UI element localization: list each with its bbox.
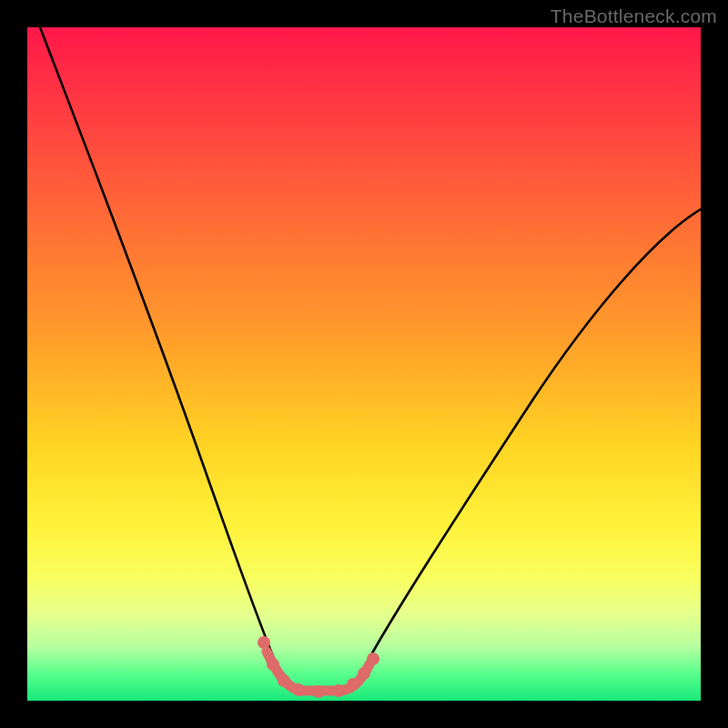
highlight-dot xyxy=(358,667,370,680)
highlight-dot xyxy=(332,684,345,697)
attribution-text: TheBottleneck.com xyxy=(551,5,717,27)
highlight-dot xyxy=(292,683,305,696)
highlight-dot xyxy=(267,658,279,671)
highlight-dot xyxy=(367,652,379,665)
highlight-dot xyxy=(278,674,290,687)
highlight-dot xyxy=(312,685,325,698)
main-curve xyxy=(40,27,701,692)
highlight-dot xyxy=(347,678,359,691)
curve-layer xyxy=(27,27,701,701)
plot-area xyxy=(27,27,701,701)
chart-frame: TheBottleneck.com xyxy=(0,0,728,728)
highlight-dot xyxy=(258,636,270,649)
